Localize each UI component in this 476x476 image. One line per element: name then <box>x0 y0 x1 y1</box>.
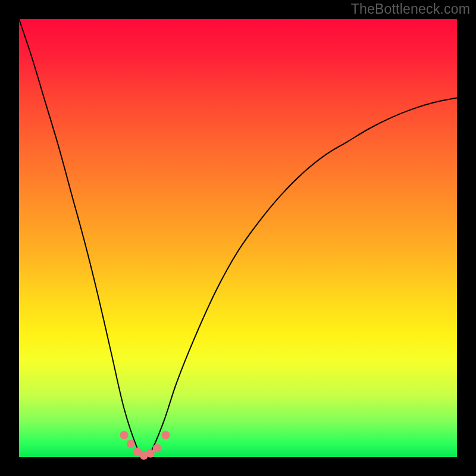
plot-overlay-svg <box>19 19 457 457</box>
marker-dot <box>120 431 129 439</box>
attribution-text: TheBottleneck.com <box>351 1 470 17</box>
chart-root: TheBottleneck.com <box>0 0 476 476</box>
marker-cluster <box>120 431 170 460</box>
marker-dot <box>162 431 170 439</box>
marker-dot <box>146 449 155 458</box>
marker-dot <box>153 444 161 452</box>
marker-dot <box>127 440 135 448</box>
bottleneck-curve <box>19 19 457 458</box>
plot-area <box>19 19 457 457</box>
